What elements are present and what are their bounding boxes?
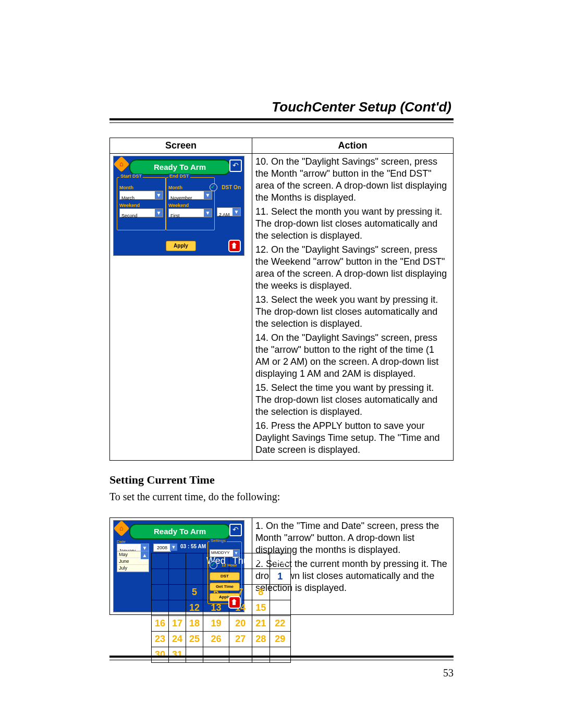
calendar-day-selected[interactable]: 1 <box>270 569 290 585</box>
step-14: 14. On the "Daylight Savings" screen, pr… <box>255 332 450 380</box>
end-month-dropdown[interactable]: November ▼ <box>168 191 212 200</box>
screen-cell-2: ⌂ Ready To Arm ↶ Date January ▼ ▲ May Ju… <box>110 518 252 615</box>
instruction-table-2: ⌂ Ready To Arm ↶ Date January ▼ ▲ May Ju… <box>109 517 454 615</box>
time-value: 2 AM <box>217 212 231 218</box>
chevron-down-icon[interactable]: ▼ <box>155 191 163 199</box>
time-display: 03 : 55 AM <box>180 544 206 549</box>
calendar-day[interactable]: 25 <box>186 632 203 647</box>
calendar-day[interactable]: 19 <box>203 616 229 632</box>
calendar-day[interactable]: 15 <box>252 600 270 616</box>
dst-on-toggle[interactable]: DST On <box>210 181 241 192</box>
gettime-button[interactable]: Get Time <box>210 583 240 591</box>
end-month-value: November <box>169 195 194 201</box>
home-icon[interactable]: ⌂ <box>113 156 129 172</box>
step-16: 16. Press the APPLY button to save your … <box>255 420 450 456</box>
calendar-day[interactable]: 17 <box>169 616 186 632</box>
chevron-down-icon[interactable]: ▼ <box>233 550 239 557</box>
device-header: Ready To Arm <box>129 159 230 175</box>
calendar-day[interactable]: 29 <box>270 632 290 647</box>
calendar-day[interactable]: 23 <box>152 632 169 647</box>
calendar-day[interactable]: 27 <box>229 632 252 647</box>
check-icon <box>210 183 217 191</box>
step-1: 1. On the "Time and Date" screen, press … <box>255 520 450 556</box>
instruction-table-1: Screen Action ⌂ Ready To Arm ↶ Start DST… <box>109 138 454 461</box>
month-label: Month <box>168 185 212 190</box>
day-name: Sat <box>270 553 290 569</box>
hour12-label: 12 Hour <box>222 563 237 567</box>
calendar-day[interactable]: 20 <box>229 616 252 632</box>
end-weekend-value: First <box>169 213 181 219</box>
settings-label: Settings <box>210 538 227 543</box>
start-month-value: March <box>120 195 136 201</box>
month-list[interactable]: ▲ May June July <box>117 551 149 572</box>
calendar-day[interactable]: 22 <box>270 616 290 632</box>
calendar-day[interactable]: 18 <box>186 616 203 632</box>
end-dst-group: End DST Month November ▼ Weekend First ▼ <box>166 177 215 230</box>
month-label: Month <box>119 185 163 190</box>
start-weekend-value: Second <box>120 213 139 219</box>
panic-icon[interactable] <box>228 596 241 609</box>
chevron-up-icon[interactable]: ▲ <box>141 551 149 559</box>
device-header: Ready To Arm <box>129 524 230 539</box>
calendar-day[interactable]: 30 <box>152 647 169 663</box>
back-icon[interactable]: ↶ <box>229 524 242 536</box>
page-title: TouchCenter Setup (Cont'd) <box>109 99 454 115</box>
calendar-day[interactable]: 8 <box>252 585 270 600</box>
calendar-day[interactable]: 24 <box>169 632 186 647</box>
format-value: MMDDYY <box>211 550 230 555</box>
panic-icon[interactable] <box>228 240 241 252</box>
step-13: 13. Select the week you want by pressing… <box>255 294 450 330</box>
end-dst-label: End DST <box>168 174 190 179</box>
hour-12-toggle[interactable]: 12 Hour <box>210 559 240 570</box>
chevron-down-icon[interactable]: ▼ <box>232 208 240 216</box>
action-cell-1: 10. On the "Daylight Savings" screen, pr… <box>252 154 454 461</box>
start-month-dropdown[interactable]: March ▼ <box>119 191 163 200</box>
dst-button[interactable]: DST <box>210 572 240 581</box>
col-action-header: Action <box>252 138 454 154</box>
title-rule <box>109 118 454 123</box>
step-10: 10. On the "Daylight Savings" screen, pr… <box>255 156 450 204</box>
section-text: To set the current time, do the followin… <box>109 491 454 503</box>
check-icon <box>210 561 217 569</box>
calendar-day[interactable]: 5 <box>186 585 203 600</box>
weekend-label: Weekend <box>119 203 163 208</box>
calendar-day[interactable]: 21 <box>252 616 270 632</box>
screen-cell-1: ⌂ Ready To Arm ↶ Start DST Month March ▼… <box>110 154 252 461</box>
chevron-down-icon[interactable]: ▼ <box>155 209 163 217</box>
start-dst-group: Start DST Month March ▼ Weekend Second ▼ <box>117 177 166 230</box>
weekend-label: Weekend <box>168 203 212 208</box>
chevron-down-icon[interactable]: ▼ <box>170 544 177 551</box>
format-dropdown[interactable]: MMDDYY ▼ <box>210 549 240 557</box>
list-item[interactable]: July <box>117 565 149 572</box>
device-screen-timedate: ⌂ Ready To Arm ↶ Date January ▼ ▲ May Ju… <box>113 520 244 612</box>
step-15: 15. Select the time you want by pressing… <box>255 382 450 418</box>
step-12: 12. On the "Daylight Savings" screen, pr… <box>255 244 450 292</box>
chevron-down-icon[interactable]: ▼ <box>204 191 212 199</box>
calendar-day[interactable]: 28 <box>252 632 270 647</box>
dst-on-label: DST On <box>222 184 241 190</box>
step-11: 11. Select the month you want by pressin… <box>255 206 450 242</box>
start-weekend-dropdown[interactable]: Second ▼ <box>119 208 163 217</box>
calendar-day[interactable]: 31 <box>169 647 186 663</box>
day-name: Fri <box>252 553 270 569</box>
section-heading: Setting Current Time <box>109 473 454 487</box>
device-screen-dst: ⌂ Ready To Arm ↶ Start DST Month March ▼… <box>113 156 244 256</box>
back-icon[interactable]: ↶ <box>229 159 242 172</box>
page-number: 53 <box>443 667 454 679</box>
start-dst-label: Start DST <box>119 174 143 179</box>
home-icon[interactable]: ⌂ <box>113 520 129 536</box>
calendar-day[interactable]: 12 <box>186 600 203 616</box>
chevron-down-icon[interactable]: ▼ <box>204 209 212 217</box>
calendar-day[interactable]: 16 <box>152 616 169 632</box>
end-weekend-dropdown[interactable]: First ▼ <box>168 208 212 217</box>
footer-rule <box>109 656 454 660</box>
settings-group: Settings MMDDYY ▼ 12 Hour DST Get Time <box>207 541 242 604</box>
col-screen-header: Screen <box>110 138 252 154</box>
year-field[interactable]: 2008 <box>153 544 171 552</box>
calendar-day[interactable]: 26 <box>203 632 229 647</box>
time-dropdown[interactable]: 2 AM ▼ <box>217 207 241 216</box>
apply-button[interactable]: Apply <box>166 241 196 251</box>
